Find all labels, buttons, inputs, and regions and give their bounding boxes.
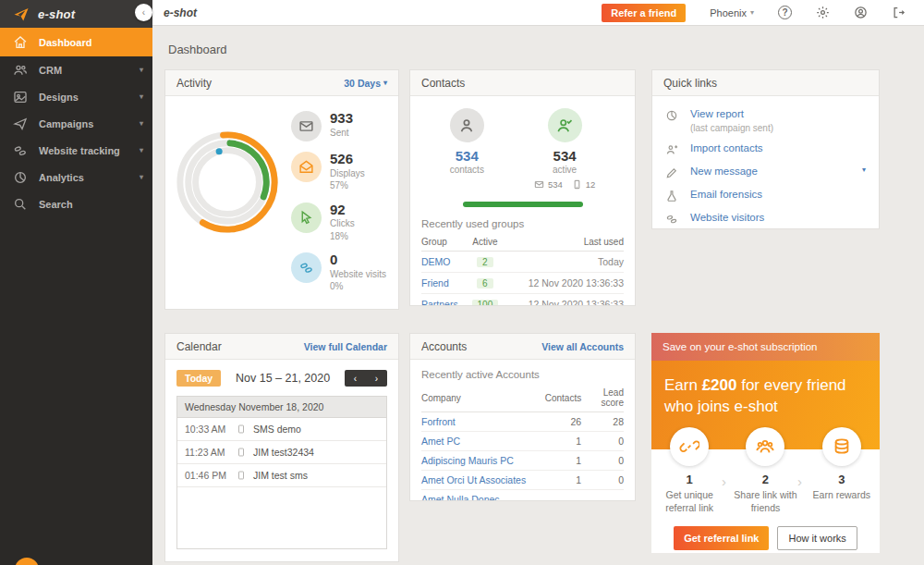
accounts-col-company: Company <box>421 385 545 412</box>
people-icon <box>13 63 28 78</box>
topbar-brand-text: e-shot <box>164 6 197 19</box>
quick-link-label: Email forensics <box>690 189 762 202</box>
table-row: Amet Orci Ut Associates 1 0 <box>421 471 624 490</box>
step-number: 2 <box>727 473 803 486</box>
sidebar-item-label: Analytics <box>39 172 128 183</box>
sidebar-item-website-tracking[interactable]: Website tracking ▾ <box>0 137 152 164</box>
event-time: 01:46 PM <box>185 470 229 481</box>
contacts-active-value: 534 <box>534 148 595 164</box>
groups-col-group: Group <box>421 234 468 252</box>
get-referral-link-button[interactable]: Get referral link <box>674 526 769 550</box>
activity-stat-displays: 526 Displays 57% <box>291 152 386 192</box>
how-it-works-button[interactable]: How it works <box>777 526 857 550</box>
sidebar-item-crm[interactable]: CRM ▾ <box>0 56 152 83</box>
account-icon[interactable] <box>854 6 868 19</box>
event-time: 10:33 AM <box>185 424 229 435</box>
calendar-day-header: Wednesday November 18, 2020 <box>177 397 386 418</box>
sidebar-item-campaigns[interactable]: Campaigns ▾ <box>0 110 152 137</box>
activity-range-dropdown[interactable]: 30 Days ▾ <box>344 78 387 89</box>
mobile-phone-icon <box>572 179 582 190</box>
active-count-badge: 100 <box>472 300 499 306</box>
cursor-icon <box>291 203 322 233</box>
account-menu[interactable]: Phoenix ▾ <box>710 7 754 18</box>
accounts-panel: Accounts View all Accounts Recently acti… <box>409 333 636 501</box>
company-link[interactable]: Forfront <box>421 416 456 427</box>
company-contacts: 1 <box>545 490 581 502</box>
calendar-event[interactable]: 01:46 PM JIM test sms <box>177 464 386 487</box>
paper-plane-icon <box>13 117 28 131</box>
calendar-next-button[interactable]: › <box>366 370 387 387</box>
last-used-date: 12 Nov 2020 13:36:33 <box>502 273 624 294</box>
company-link[interactable]: Amet PC <box>421 436 460 447</box>
quick-link-view-report[interactable]: View report (last campaign sent) <box>665 108 866 133</box>
quick-link-email-forensics[interactable]: Email forensics <box>665 189 866 203</box>
recently-active-accounts-title: Recently active Accounts <box>421 369 624 380</box>
logout-icon[interactable] <box>892 6 906 19</box>
groups-col-active: Active <box>468 234 503 252</box>
sidebar-item-label: Website tracking <box>39 145 128 156</box>
envelope-icon <box>291 111 322 141</box>
footprints-icon <box>665 213 678 226</box>
sidebar-item-search[interactable]: Search <box>0 190 152 217</box>
paper-plane-logo-icon <box>13 6 30 22</box>
sidebar-item-analytics[interactable]: Analytics ▾ <box>0 164 152 190</box>
referral-promo-panel: Save on your e-shot subscription Earn £2… <box>651 333 880 553</box>
company-link[interactable]: Amet Nulla Donec Incorporated <box>421 494 500 501</box>
mobile-phone-icon <box>237 470 246 481</box>
chevron-down-icon[interactable]: ▾ <box>862 166 866 174</box>
chevron-down-icon: ▾ <box>140 119 143 128</box>
chat-widget-bubble[interactable] <box>15 558 39 565</box>
page-title: Dashboard <box>168 43 227 56</box>
activity-panel: Activity 30 Days ▾ <box>164 69 399 310</box>
refer-a-friend-button[interactable]: Refer a friend <box>602 4 686 22</box>
table-row: Friend 6 12 Nov 2020 13:36:33 <box>421 273 624 294</box>
group-link[interactable]: Friend <box>421 277 449 289</box>
chevron-right-icon: › <box>797 473 802 489</box>
sidebar-collapse-button[interactable]: ‹ <box>135 4 152 21</box>
step-label: Share link with friends <box>727 489 803 514</box>
gear-icon[interactable] <box>816 6 830 19</box>
sidebar-item-dashboard[interactable]: Dashboard <box>0 28 152 56</box>
today-button[interactable]: Today <box>176 370 221 387</box>
sidebar-item-label: Designs <box>39 92 128 103</box>
calendar-day-box: Wednesday November 18, 2020 10:33 AM SMS… <box>176 396 387 549</box>
people-group-icon <box>746 427 784 466</box>
quick-link-label: Import contacts <box>690 142 763 155</box>
step-label: Earn rewards <box>804 489 880 502</box>
calendar-prev-button[interactable]: ‹ <box>345 370 366 387</box>
view-all-accounts-link[interactable]: View all Accounts <box>541 341 624 352</box>
sidebar-item-label: CRM <box>39 65 128 76</box>
chevron-down-icon: ▾ <box>750 8 754 17</box>
activity-stat-clicks: 92 Clicks 18% <box>291 203 386 243</box>
sidebar-item-label: Campaigns <box>39 118 128 129</box>
account-menu-label: Phoenix <box>710 7 747 18</box>
calendar-event[interactable]: 10:33 AM SMS demo <box>177 418 386 441</box>
quick-link-import-contacts[interactable]: Import contacts <box>665 142 866 156</box>
activity-stat-sent: 933 Sent <box>291 111 386 141</box>
stat-percentage: 18% <box>330 230 355 243</box>
sidebar-item-designs[interactable]: Designs ▾ <box>0 83 152 110</box>
contacts-total-value[interactable]: 534 <box>450 148 484 164</box>
quick-link-label: Website visitors <box>690 212 764 225</box>
help-icon[interactable]: ? <box>778 6 792 19</box>
quick-link-website-visitors[interactable]: Website visitors <box>665 212 866 226</box>
accounts-panel-title: Accounts <box>421 340 467 353</box>
quick-links-panel: Quick links View report (last campaign s… <box>651 69 880 229</box>
view-full-calendar-link[interactable]: View full Calendar <box>304 341 387 352</box>
promo-amount: £200 <box>702 376 737 394</box>
table-row: Amet Nulla Donec Incorporated 1 0 <box>421 490 624 502</box>
quick-link-new-message[interactable]: New message ▾ <box>665 166 866 179</box>
chevron-right-icon: › <box>722 473 726 489</box>
group-link[interactable]: Partners <box>421 299 458 306</box>
pencil-icon <box>665 166 678 179</box>
coins-icon <box>822 427 861 466</box>
activity-stat-website-visits: 0 Website visits 0% <box>291 252 386 293</box>
stat-label: Clicks <box>330 217 355 230</box>
table-row: Adipiscing Mauris PC 1 0 <box>421 451 624 471</box>
company-link[interactable]: Amet Orci Ut Associates <box>421 474 526 485</box>
footprints-icon <box>291 252 322 283</box>
calendar-event[interactable]: 11:23 AM JIM test32434 <box>177 441 386 464</box>
group-link[interactable]: DEMO <box>421 256 451 267</box>
person-check-icon <box>548 108 582 142</box>
company-link[interactable]: Adipiscing Mauris PC <box>421 455 514 466</box>
